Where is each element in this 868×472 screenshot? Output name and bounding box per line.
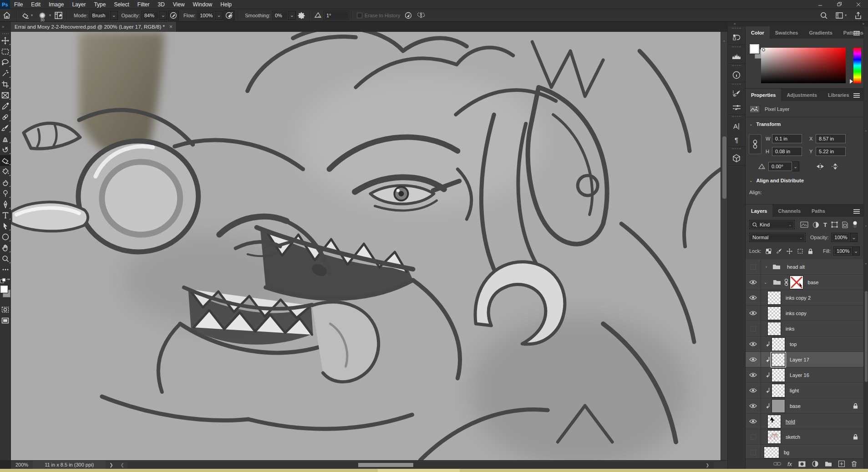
visibility-toggle[interactable] — [746, 445, 761, 459]
menu-help[interactable]: Help — [216, 0, 236, 9]
layer-opacity-field[interactable]: 100% — [831, 233, 850, 242]
character-panel-icon[interactable]: A| — [727, 119, 746, 133]
erase-to-history-checkbox[interactable]: Erase to History — [355, 13, 402, 18]
link-layers-icon[interactable] — [773, 462, 781, 466]
visibility-toggle[interactable] — [746, 259, 761, 275]
layer-name[interactable]: top — [790, 341, 797, 347]
paint-bucket-tool[interactable] — [0, 166, 11, 177]
flow-dropdown[interactable]: 100% ⌄ — [197, 11, 223, 20]
symmetry-butterfly-button[interactable] — [416, 10, 426, 20]
menu-filter[interactable]: Filter — [133, 0, 154, 9]
layer-name[interactable]: inks copy 2 — [786, 295, 811, 301]
eraser-tool-preset[interactable]: ▾ — [20, 12, 35, 19]
layer-name[interactable]: base — [808, 280, 819, 285]
x-position-field[interactable]: 8.57 in — [816, 134, 846, 143]
filter-type-layers-icon[interactable]: T — [823, 221, 827, 228]
quick-mask-mode-button[interactable] — [0, 304, 11, 315]
layer-row-sketch[interactable]: sketch — [746, 429, 863, 445]
status-prev-chevron[interactable]: ❮ — [117, 462, 128, 467]
layer-name[interactable]: Layer 16 — [790, 372, 809, 378]
foreground-color-swatch[interactable] — [0, 285, 8, 293]
chevron-down-icon[interactable]: ⌄ — [850, 233, 858, 242]
smudge-tool[interactable] — [0, 177, 11, 188]
tab-adjustments[interactable]: Adjustments — [781, 89, 822, 101]
blend-mode-dropdown[interactable]: Normal ⌄ — [749, 233, 806, 242]
panel-grip[interactable] — [732, 46, 741, 47]
visibility-toggle[interactable] — [746, 275, 761, 290]
smoothing-dropdown[interactable]: 0% ⌄ — [272, 11, 296, 20]
new-adjustment-layer-icon[interactable] — [812, 461, 818, 467]
layer-row-layer-16[interactable]: Layer 16 — [746, 367, 863, 383]
airbrush-button[interactable] — [223, 10, 234, 20]
expand-panels-chevron[interactable]: « — [734, 22, 736, 26]
eraser-tool[interactable] — [0, 155, 11, 166]
close-window-button[interactable] — [849, 0, 868, 9]
canvas-vertical-scrollbar[interactable]: ⌃ — [721, 32, 727, 460]
layer-thumbnail[interactable] — [772, 368, 785, 382]
clone-stamp-tool[interactable] — [0, 133, 11, 144]
collapse-section-chevron[interactable]: ⌄ — [749, 178, 753, 183]
visibility-toggle[interactable] — [746, 367, 761, 383]
panel-menu-icon[interactable] — [853, 208, 860, 214]
visibility-toggle[interactable] — [746, 306, 761, 321]
home-icon[interactable] — [0, 12, 14, 19]
layer-name[interactable]: bg — [784, 450, 789, 455]
restore-button[interactable] — [830, 0, 849, 9]
menu-type[interactable]: Type — [90, 0, 110, 9]
layer-row-base-group[interactable]: ⌄ base — [746, 275, 863, 290]
layer-fill-field[interactable]: 100% — [833, 246, 853, 256]
panel-grip[interactable] — [732, 84, 741, 85]
edit-toolbar-icon[interactable] — [0, 264, 11, 275]
canvas-artwork[interactable] — [11, 32, 721, 460]
eyedropper-tool[interactable] — [0, 100, 11, 111]
hue-slider-arrow[interactable] — [850, 79, 853, 84]
lock-pixels-icon[interactable] — [776, 248, 782, 254]
layer-thumbnail[interactable] — [772, 337, 785, 351]
document-tab[interactable]: Errai and Moxy 2-2-Recovered.psd @ 200% … — [11, 22, 177, 32]
layer-name[interactable]: head alt — [787, 264, 805, 270]
layer-name[interactable]: sketch — [786, 434, 800, 440]
status-next-chevron[interactable]: ❯ — [106, 462, 117, 467]
lasso-tool[interactable] — [0, 57, 11, 68]
layer-row-inks-copy-2[interactable]: inks copy 2 — [746, 290, 863, 306]
tab-channels[interactable]: Channels — [772, 205, 806, 217]
width-field[interactable]: 0.1 in — [772, 134, 802, 143]
brush-tool[interactable] — [0, 122, 11, 133]
filter-pixel-layers-icon[interactable] — [800, 221, 808, 228]
flip-vertical-icon[interactable] — [831, 163, 839, 170]
layer-row-bg[interactable]: bg — [746, 445, 863, 458]
filter-toggle-switch[interactable] — [853, 221, 858, 229]
scroll-right-chevron[interactable]: ❯ — [706, 463, 709, 467]
layer-thumbnail[interactable] — [772, 399, 785, 413]
brush-preset-picker[interactable]: 30 ▾ — [35, 10, 53, 21]
layer-row-inks[interactable]: inks — [746, 321, 863, 336]
default-swap-colors-icon[interactable] — [0, 278, 11, 284]
delete-layer-icon[interactable] — [851, 461, 857, 467]
scroll-up-chevron[interactable]: ⌃ — [864, 263, 868, 267]
toggle-brush-settings-icon[interactable] — [53, 12, 64, 19]
new-group-icon[interactable] — [825, 461, 832, 467]
layer-row-base[interactable]: base — [746, 398, 863, 414]
chevron-down-icon[interactable]: ⌄ — [853, 246, 860, 256]
pressure-opacity-button[interactable] — [168, 10, 179, 20]
dodge-tool[interactable] — [0, 188, 11, 199]
3d-panel-icon[interactable] — [727, 151, 746, 165]
tab-paths[interactable]: Paths — [806, 205, 831, 217]
layer-style-fx-icon[interactable]: fx — [787, 461, 792, 467]
tab-properties[interactable]: Properties — [746, 89, 781, 101]
brush-angle-field[interactable]: 1° — [324, 11, 349, 20]
panel-menu-icon[interactable] — [853, 30, 860, 35]
share-icon[interactable] — [855, 12, 862, 19]
lock-position-icon[interactable] — [787, 248, 792, 254]
layer-row-inks-copy[interactable]: inks copy — [746, 306, 863, 321]
zoom-level-field[interactable]: 200% — [11, 462, 33, 467]
foreground-background-swatches[interactable] — [0, 285, 11, 301]
layer-thumbnail[interactable] — [767, 322, 781, 336]
histogram-panel-icon[interactable] — [727, 50, 746, 63]
layer-name[interactable]: base — [790, 403, 801, 409]
layer-row-top[interactable]: top — [746, 336, 863, 352]
toolbar-collapse-chevron[interactable]: » — [0, 22, 11, 32]
layer-thumbnail[interactable] — [767, 430, 781, 444]
layer-thumbnail[interactable] — [772, 353, 785, 367]
canvas-horizontal-scrollbar[interactable]: ❯ — [127, 462, 714, 468]
